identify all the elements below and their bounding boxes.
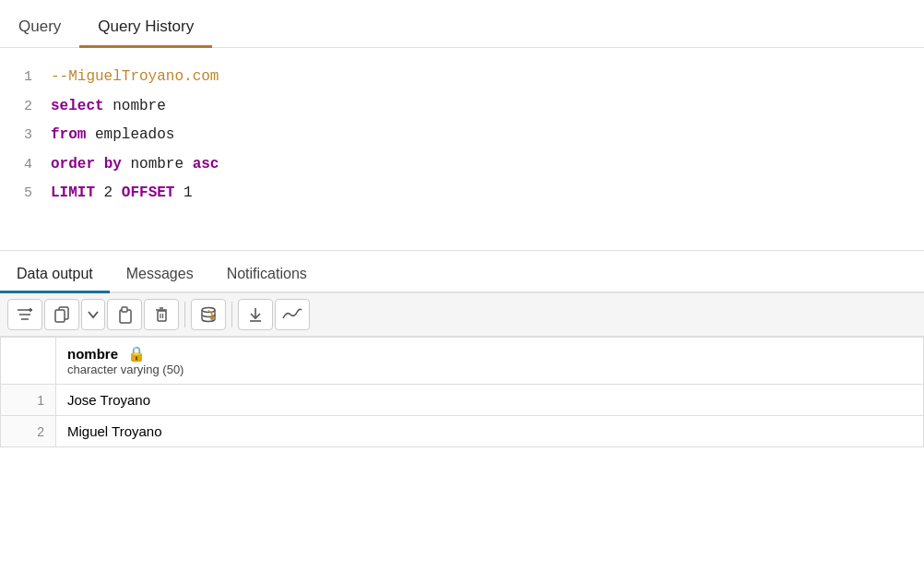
table-row: 2 Miguel Troyano xyxy=(1,416,924,447)
cell-nombre-2: Miguel Troyano xyxy=(56,416,924,447)
table-header-row: nombre 🔒 character varying (50) xyxy=(1,338,924,385)
data-toolbar xyxy=(0,293,924,337)
code-line-5: 5 LIMIT 2 OFFSET 1 xyxy=(0,179,924,208)
code-line-3: 3 from empleados xyxy=(0,121,924,150)
table-row: 1 Jose Troyano xyxy=(1,385,924,416)
tab-notifications[interactable]: Notifications xyxy=(210,255,324,292)
results-table: nombre 🔒 character varying (50) 1 Jose T… xyxy=(0,337,924,447)
tab-query-history[interactable]: Query History xyxy=(79,5,212,47)
paste-button[interactable] xyxy=(107,299,142,330)
download-icon xyxy=(246,305,265,324)
toolbar-separator xyxy=(184,302,185,327)
lock-icon: 🔒 xyxy=(127,345,146,363)
database-icon xyxy=(199,305,218,324)
graph-button[interactable] xyxy=(275,299,310,330)
toolbar-separator-2 xyxy=(231,302,232,327)
column-name-label: nombre xyxy=(67,346,118,362)
code-line-2: 2 select nombre xyxy=(0,92,924,122)
trash-icon xyxy=(152,305,171,324)
top-tab-bar: Query Query History xyxy=(0,0,924,48)
tab-data-output[interactable]: Data output xyxy=(0,255,110,292)
svg-rect-8 xyxy=(122,307,127,312)
svg-rect-9 xyxy=(158,311,166,321)
nombre-column-header: nombre 🔒 character varying (50) xyxy=(56,338,924,385)
download-button[interactable] xyxy=(238,299,273,330)
row-number-header xyxy=(1,338,56,385)
graph-icon xyxy=(281,305,303,324)
database-button[interactable] xyxy=(191,299,226,330)
code-line-4: 4 order by nombre asc xyxy=(0,150,924,180)
delete-button[interactable] xyxy=(144,299,179,330)
dropdown-button[interactable] xyxy=(81,299,105,330)
row-number-1: 1 xyxy=(1,385,56,416)
paste-icon xyxy=(115,305,134,324)
add-filter-icon xyxy=(16,305,34,324)
cell-nombre-1: Jose Troyano xyxy=(56,385,924,416)
code-line-1: 1 --MiguelTroyano.com xyxy=(0,63,924,92)
svg-point-15 xyxy=(210,316,214,320)
row-number-2: 2 xyxy=(1,416,56,447)
bottom-tab-bar: Data output Messages Notifications xyxy=(0,251,924,293)
data-table-wrapper: nombre 🔒 character varying (50) 1 Jose T… xyxy=(0,337,924,447)
tab-query[interactable]: Query xyxy=(0,5,79,47)
copy-icon xyxy=(53,305,71,324)
column-type-label: character varying (50) xyxy=(67,363,912,376)
svg-rect-6 xyxy=(55,310,65,322)
copy-button[interactable] xyxy=(44,299,79,330)
svg-point-14 xyxy=(202,308,215,313)
code-editor: 1 --MiguelTroyano.com 2 select nombre 3 … xyxy=(0,48,924,251)
chevron-down-icon xyxy=(87,308,100,321)
add-filter-button[interactable] xyxy=(7,299,42,330)
tab-messages[interactable]: Messages xyxy=(110,255,210,292)
